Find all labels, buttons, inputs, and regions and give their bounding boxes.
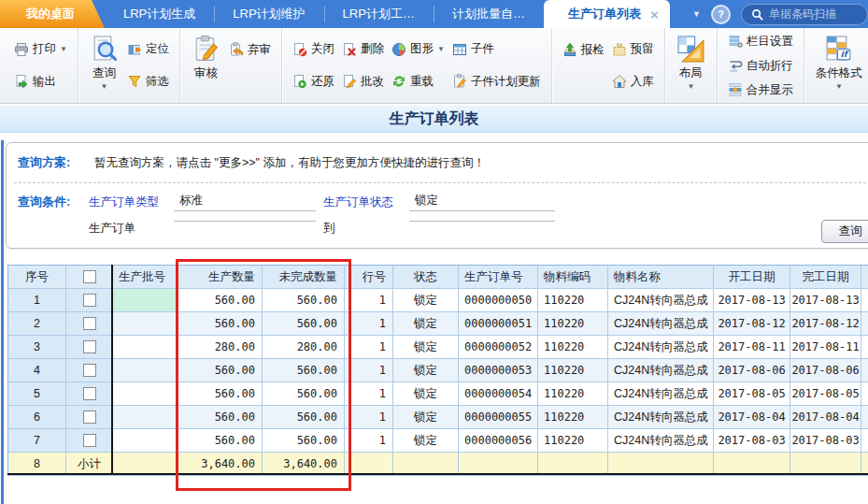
table-cell[interactable]: 1 <box>8 289 66 312</box>
table-cell[interactable]: 锁定 <box>393 406 459 429</box>
query-submit-button[interactable]: 查询 <box>821 220 868 243</box>
column-header[interactable]: 完工日期 <box>790 266 861 289</box>
table-cell[interactable]: 2017-08-05 <box>790 382 861 406</box>
table-cell[interactable] <box>66 429 113 453</box>
table-cell[interactable]: CJ24N转向器总成 <box>608 289 714 312</box>
table-cell[interactable]: 7 <box>8 429 66 453</box>
table-cell[interactable]: 1 <box>345 359 393 382</box>
reserve-button[interactable]: 预留 <box>608 38 658 61</box>
select-all-checkbox[interactable] <box>83 270 96 283</box>
table-cell[interactable]: 110220 <box>538 429 608 453</box>
table-cell[interactable] <box>861 312 868 336</box>
table-cell[interactable]: 锁定 <box>393 312 459 336</box>
table-cell[interactable] <box>113 406 178 429</box>
table-cell[interactable] <box>66 336 113 359</box>
column-header[interactable]: 状态 <box>393 266 459 289</box>
table-cell[interactable] <box>66 406 113 429</box>
auto-wrap-button[interactable]: 自动折行 <box>724 54 797 77</box>
row-checkbox[interactable] <box>83 434 96 447</box>
table-cell[interactable]: 0000000052 <box>459 336 538 359</box>
row-checkbox[interactable] <box>83 340 96 353</box>
table-cell[interactable]: 110220 <box>538 382 608 406</box>
table-cell[interactable] <box>113 289 178 312</box>
row-checkbox[interactable] <box>83 410 96 424</box>
table-cell[interactable]: CJ24N转向器总成 <box>608 336 714 359</box>
column-header[interactable]: 生产数量 <box>178 266 263 289</box>
tab-lrp-plan-work[interactable]: LRP计划工… <box>324 0 434 28</box>
table-cell[interactable] <box>861 429 868 453</box>
table-cell[interactable] <box>861 406 868 429</box>
batch-edit-button[interactable]: 批改 <box>338 70 388 93</box>
table-cell[interactable]: 1 <box>345 312 393 336</box>
table-cell[interactable]: 2017-08-12 <box>790 312 861 336</box>
column-header[interactable] <box>861 266 868 289</box>
table-cell[interactable]: 110220 <box>538 336 608 359</box>
table-cell[interactable]: 4 <box>8 359 66 382</box>
table-cell[interactable]: 280.00 <box>263 336 345 359</box>
column-setup-button[interactable]: 栏目设置 <box>724 30 797 52</box>
table-cell[interactable]: 0000000051 <box>459 312 538 336</box>
table-cell[interactable]: 2017-08-11 <box>714 336 790 359</box>
table-cell[interactable] <box>113 429 178 453</box>
table-cell[interactable]: 2017-08-13 <box>714 289 790 312</box>
audit-button[interactable]: 审核 <box>187 28 225 103</box>
table-cell[interactable] <box>861 359 868 382</box>
table-cell[interactable]: 锁定 <box>393 336 459 359</box>
table-cell[interactable]: 0000000050 <box>459 289 538 312</box>
locate-button[interactable]: 定位 <box>123 38 173 61</box>
table-cell[interactable] <box>66 312 113 336</box>
inspect-button[interactable]: 报检 <box>559 38 608 61</box>
table-cell[interactable]: 0000000056 <box>459 429 538 453</box>
child-parts-button[interactable]: 子件 <box>448 38 545 61</box>
table-cell[interactable]: 2017-08-04 <box>714 406 790 429</box>
print-button[interactable]: 打印▼ <box>10 38 71 61</box>
table-cell[interactable]: 锁定 <box>393 359 459 382</box>
table-cell[interactable]: 1 <box>345 289 393 312</box>
table-cell[interactable]: 2017-08-04 <box>790 406 861 429</box>
table-cell[interactable]: CJ24N转向器总成 <box>608 382 714 406</box>
table-cell[interactable]: 560.00 <box>178 289 263 312</box>
order-type-field[interactable]: 标准 <box>174 193 316 211</box>
table-cell[interactable]: 1 <box>345 429 393 453</box>
table-cell[interactable]: CJ24N转向器总成 <box>608 312 714 336</box>
column-header[interactable]: 生产批号 <box>113 266 178 289</box>
table-cell[interactable] <box>113 359 178 382</box>
table-cell[interactable]: 560.00 <box>178 382 263 406</box>
table-cell[interactable]: 560.00 <box>263 312 345 336</box>
tab-my-desktop[interactable]: 我的桌面 <box>0 0 105 28</box>
table-cell[interactable]: 1 <box>345 406 393 429</box>
merge-display-button[interactable]: 合并显示 <box>724 79 797 101</box>
table-cell[interactable]: 6 <box>8 406 66 429</box>
layout-button[interactable]: 布局▼ <box>672 28 710 103</box>
table-cell[interactable]: 0000000055 <box>459 406 538 429</box>
column-header[interactable]: 序号 <box>8 266 66 289</box>
order-from-field[interactable] <box>174 219 316 222</box>
table-cell[interactable]: 110220 <box>538 289 608 312</box>
table-cell[interactable]: CJ24N转向器总成 <box>608 406 714 429</box>
table-cell[interactable] <box>66 289 113 312</box>
table-cell[interactable]: 560.00 <box>263 359 345 382</box>
tab-lrp-plan-maintain[interactable]: LRP计划维护 <box>214 0 323 28</box>
table-cell[interactable]: CJ24N转向器总成 <box>608 429 714 453</box>
row-checkbox[interactable] <box>83 364 96 377</box>
tab-lrp-plan-generate[interactable]: LRP计划生成 <box>105 0 214 28</box>
column-header[interactable]: 物料编码 <box>538 266 608 289</box>
table-cell[interactable] <box>861 289 868 312</box>
table-cell[interactable]: 2 <box>8 312 66 336</box>
tab-production-order-list[interactable]: 生产订单列表 × <box>544 0 670 28</box>
table-cell[interactable] <box>66 359 113 382</box>
table-cell[interactable]: 2017-08-13 <box>790 289 861 312</box>
column-header[interactable]: 物料名称 <box>608 266 714 289</box>
table-cell[interactable]: 560.00 <box>178 359 263 382</box>
table-cell[interactable]: 2017-08-11 <box>790 336 861 359</box>
table-cell[interactable] <box>66 382 113 406</box>
graph-button[interactable]: 图形▼ <box>388 38 448 61</box>
table-cell[interactable]: 560.00 <box>178 312 263 336</box>
table-cell[interactable] <box>113 382 178 406</box>
table-cell[interactable]: 110220 <box>538 312 608 336</box>
delete-button[interactable]: 删除 <box>338 38 388 61</box>
table-cell[interactable] <box>861 382 868 406</box>
filter-button[interactable]: 筛选 <box>123 70 173 93</box>
column-header[interactable]: 未完成数量 <box>263 266 345 289</box>
table-cell[interactable]: 110220 <box>538 359 608 382</box>
